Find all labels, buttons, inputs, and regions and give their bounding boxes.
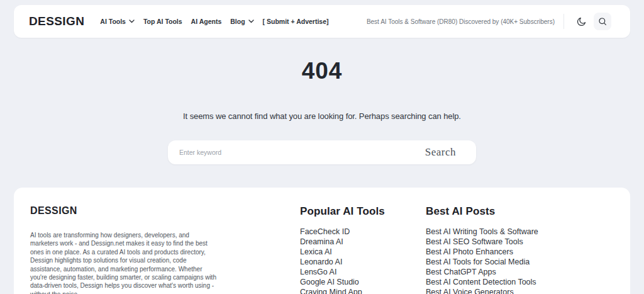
footer-popular-tools-column: Popular AI Tools FaceCheck ID Dreamina A… xyxy=(300,205,426,294)
footer-best-posts-column: Best AI Posts Best AI Writing Tools & So… xyxy=(426,205,564,294)
moon-icon xyxy=(576,16,587,27)
site-logo[interactable]: DESSIGN xyxy=(29,14,84,28)
header-divider xyxy=(564,14,564,29)
nav-item-ai-agents[interactable]: AI Agents xyxy=(191,18,222,25)
search-bar: Search xyxy=(168,140,476,164)
header: DESSIGN AI Tools Top AI Tools AI Agents … xyxy=(14,5,630,38)
footer-link-leonardo-ai[interactable]: Leonardo AI xyxy=(300,257,426,267)
error-message: It seems we cannot find what you are loo… xyxy=(0,111,644,121)
nav-item-submit-advertise[interactable]: [ Submit + Advertise] xyxy=(263,18,329,25)
chevron-down-icon xyxy=(129,20,135,23)
footer-link-best-ai-social-media-tools[interactable]: Best AI Tools for Social Media xyxy=(426,257,564,267)
footer-link-best-chatgpt-apps[interactable]: Best ChatGPT Apps xyxy=(426,267,564,277)
chevron-down-icon xyxy=(248,20,254,23)
nav-item-label: AI Tools xyxy=(100,18,126,25)
nav-item-top-ai-tools[interactable]: Top AI Tools xyxy=(143,18,182,25)
footer-link-best-ai-writing-tools[interactable]: Best AI Writing Tools & Software xyxy=(426,227,564,237)
best-posts-heading: Best AI Posts xyxy=(426,205,564,218)
footer-link-best-ai-photo-enhancers[interactable]: Best AI Photo Enhancers xyxy=(426,247,564,257)
search-input[interactable] xyxy=(168,140,425,164)
popular-tools-list: FaceCheck ID Dreamina AI Lexica AI Leona… xyxy=(300,227,426,294)
nav-item-blog[interactable]: Blog xyxy=(230,18,253,25)
site-tagline: Best AI Tools & Software (DR80) Discover… xyxy=(367,18,555,25)
footer-about-column: DESSIGN AI tools are transforming how de… xyxy=(30,205,219,294)
footer-link-lensgo-ai[interactable]: LensGo AI xyxy=(300,267,426,277)
best-posts-list: Best AI Writing Tools & Software Best AI… xyxy=(426,227,564,294)
nav-item-ai-tools[interactable]: AI Tools xyxy=(100,18,135,25)
main-nav: AI Tools Top AI Tools AI Agents Blog [ S… xyxy=(100,18,337,25)
popular-tools-heading: Popular AI Tools xyxy=(300,205,426,218)
header-search-button[interactable] xyxy=(594,13,611,30)
dark-mode-toggle[interactable] xyxy=(572,13,590,30)
footer-link-craving-mind-app[interactable]: Craving Mind App xyxy=(300,287,426,294)
footer-link-facecheck-id[interactable]: FaceCheck ID xyxy=(300,227,426,237)
main-content: 404 It seems we cannot find what you are… xyxy=(0,57,644,164)
nav-item-label: AI Agents xyxy=(191,18,222,25)
footer-link-lexica-ai[interactable]: Lexica AI xyxy=(300,247,426,257)
footer-logo[interactable]: DESSIGN xyxy=(30,205,219,217)
search-submit-button[interactable]: Search xyxy=(425,146,476,159)
nav-item-label: Blog xyxy=(230,18,245,25)
footer-link-google-ai-studio[interactable]: Google AI Studio xyxy=(300,277,426,287)
header-right: Best AI Tools & Software (DR80) Discover… xyxy=(367,13,611,30)
nav-item-label: Top AI Tools xyxy=(143,18,182,25)
search-icon xyxy=(597,16,608,26)
nav-item-label: [ Submit + Advertise] xyxy=(263,18,329,25)
footer-link-dreamina-ai[interactable]: Dreamina AI xyxy=(300,237,426,247)
footer-link-best-ai-content-detection[interactable]: Best AI Content Detection Tools xyxy=(426,277,564,287)
footer: DESSIGN AI tools are transforming how de… xyxy=(14,188,630,294)
footer-link-best-ai-seo-tools[interactable]: Best AI SEO Software Tools xyxy=(426,237,564,247)
error-code-404: 404 xyxy=(0,57,644,85)
footer-description: AI tools are transforming how designers,… xyxy=(30,231,219,294)
footer-link-best-ai-voice-generators[interactable]: Best AI Voice Generators xyxy=(426,287,564,294)
